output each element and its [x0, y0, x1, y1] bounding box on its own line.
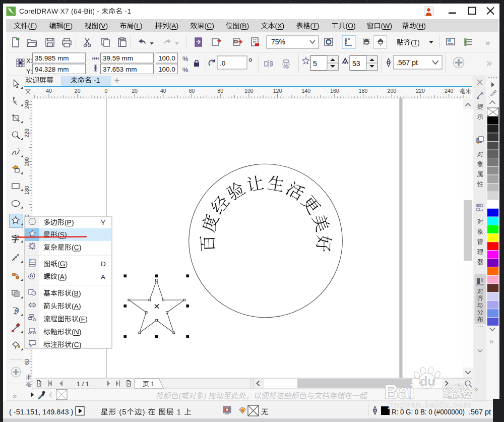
- svg-text:%: %: [182, 55, 188, 63]
- svg-text:240: 240: [24, 100, 30, 109]
- svg-text:100.0: 100.0: [158, 54, 175, 62]
- svg-text:160: 160: [330, 88, 339, 94]
- svg-text:75%: 75%: [271, 38, 285, 46]
- svg-text:200: 200: [24, 157, 30, 166]
- svg-text:du: du: [420, 374, 435, 388]
- svg-text:37.653 mm: 37.653 mm: [103, 66, 137, 73]
- svg-text:180: 180: [24, 186, 30, 195]
- svg-text:( -51.151, 149.843 ): ( -51.151, 149.843 ): [9, 408, 73, 416]
- svg-text:Y:: Y:: [26, 68, 32, 75]
- svg-text:60: 60: [189, 88, 195, 94]
- svg-text:220: 220: [24, 129, 30, 138]
- svg-text:0: 0: [104, 88, 107, 94]
- svg-text:1 / 1: 1 / 1: [77, 380, 89, 388]
- svg-text:140: 140: [301, 88, 310, 94]
- svg-text:94.328 mm: 94.328 mm: [35, 66, 69, 73]
- svg-text:60: 60: [24, 359, 30, 365]
- svg-text:»: »: [489, 337, 493, 345]
- svg-text:»: »: [13, 391, 17, 400]
- svg-text:240: 240: [445, 88, 454, 94]
- svg-text:40: 40: [160, 88, 166, 94]
- svg-text:100: 100: [244, 88, 254, 94]
- svg-text:20: 20: [75, 88, 81, 94]
- svg-text:X:: X:: [26, 57, 32, 65]
- svg-text:80: 80: [217, 88, 223, 94]
- svg-text:5: 5: [313, 59, 317, 68]
- svg-text:180: 180: [359, 88, 368, 94]
- svg-text:»: »: [485, 38, 490, 47]
- svg-text:40: 40: [46, 88, 52, 94]
- svg-text:»: »: [474, 385, 478, 393]
- svg-text:.567 pt: .567 pt: [469, 408, 491, 416]
- svg-text:39.59 mm: 39.59 mm: [103, 54, 133, 62]
- svg-text:35.985 mm: 35.985 mm: [35, 54, 69, 62]
- svg-text:20: 20: [132, 88, 138, 94]
- svg-text:A: A: [101, 273, 105, 281]
- svg-text:%: %: [182, 66, 188, 74]
- svg-text:jingyan.baidu.com: jingyan.baidu.com: [388, 400, 472, 409]
- svg-text:.0: .0: [220, 59, 225, 67]
- svg-text:Y: Y: [101, 219, 105, 226]
- svg-text:.567 pt: .567 pt: [396, 58, 418, 67]
- svg-text:200: 200: [388, 88, 397, 94]
- svg-text:100.0: 100.0: [158, 66, 175, 73]
- svg-text:120: 120: [273, 88, 282, 94]
- svg-text:D: D: [101, 260, 106, 268]
- svg-text:53: 53: [352, 59, 360, 68]
- svg-text:220: 220: [416, 88, 425, 94]
- svg-text:»: »: [486, 57, 492, 68]
